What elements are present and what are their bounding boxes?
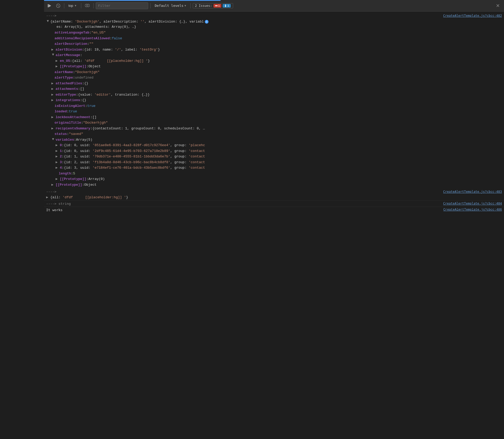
arrow-right[interactable]: ▶ xyxy=(46,195,49,200)
prop-name: length xyxy=(59,171,71,176)
entry-value: {all: 'dfdf [[placeholder:hg]] '} xyxy=(50,195,128,200)
prop-editor-type[interactable]: ▶ editorType : {value: 'editor', transla… xyxy=(44,92,504,98)
prop-colon: : xyxy=(73,75,75,80)
prop-name: editorType xyxy=(56,92,76,97)
loading-progress-bar xyxy=(44,0,221,1)
levels-button[interactable]: Default levels ▼ xyxy=(153,3,188,9)
bottom-entry-1[interactable]: ▶ {all: 'dfdf [[placeholder:hg]] '} xyxy=(44,195,504,200)
value: {id: 2, uuid: 'f13b4a0d-0d46-43cb-b96c-b… xyxy=(64,160,205,165)
prop-value: "" xyxy=(89,41,94,47)
prop-recipients-summary[interactable]: ▶ recipientsSummary : {contactsCount: 1,… xyxy=(44,126,504,131)
array-item-3[interactable]: ▶ 3 : {id: 2, uuid: 'f13b4a0d-0d46-43cb-… xyxy=(44,160,504,165)
it-works-file[interactable]: CreateAlertTemplate.js?cbcc:486 xyxy=(443,208,502,212)
arrow-down[interactable]: ▶ xyxy=(50,54,56,57)
prop-prototype-variables[interactable]: ▶ [[Prototype]] : Array(0) xyxy=(44,176,504,182)
info-badge: 1 xyxy=(223,4,231,8)
separator-1-file[interactable]: CreateAlertTemplate.js?cbcc:482 xyxy=(443,14,502,18)
arrow-right[interactable]: ▶ xyxy=(51,92,55,97)
prop-value: [] xyxy=(80,86,84,92)
prop-alert-description: alertDescription : "" xyxy=(44,41,504,47)
arrow-right[interactable]: ▶ xyxy=(51,47,55,52)
prop-lockbox-attachment[interactable]: ▶ lockboxAttachment : [] xyxy=(44,114,504,120)
svg-point-4 xyxy=(85,4,90,7)
arrow-right[interactable]: ▶ xyxy=(56,160,59,165)
error-badge: 1 xyxy=(213,4,222,8)
prop-value: undefined xyxy=(75,75,93,80)
close-devtools-button[interactable]: ✕ xyxy=(494,2,502,9)
info-circle: i xyxy=(205,20,208,24)
context-selector[interactable]: top ▼ xyxy=(66,3,79,9)
separator-3-text: ----> string xyxy=(46,202,71,206)
prop-colon: : xyxy=(78,86,80,92)
prop-colon: : xyxy=(70,58,72,64)
prop-alert-message[interactable]: ▶ alertMessage : xyxy=(44,52,504,58)
array-item-4[interactable]: ▶ 4 : {id: 3, uuid: 'e7184ef1-ce76-401a-… xyxy=(44,165,504,171)
prop-attached-files[interactable]: ▶ attachedFiles : {} xyxy=(44,81,504,86)
arrow-right[interactable]: ▶ xyxy=(56,58,59,64)
root-object-line[interactable]: ▶ {alertName: 'Dockerhjgh', alertDescrip… xyxy=(44,19,504,30)
value: {id: 0, uuid: '851ae8e6-8391-4aa3-828f-d… xyxy=(64,143,205,148)
separator-2-file[interactable]: CreateAlertTemplate.js?cbcc:483 xyxy=(443,190,502,194)
pause-button[interactable] xyxy=(55,3,62,9)
filter-input[interactable] xyxy=(96,2,148,9)
index: 0 xyxy=(60,143,62,148)
prop-variables[interactable]: ▶ variables : Array(5) xyxy=(44,137,504,143)
prop-loaded: loaded : true xyxy=(44,109,504,114)
prop-value: Object xyxy=(88,64,101,69)
prop-alert-division[interactable]: ▶ alertDivision : {id: 19, name: '/', la… xyxy=(44,47,504,53)
arrow-right[interactable]: ▶ xyxy=(51,182,55,188)
arrow-right[interactable]: ▶ xyxy=(56,177,59,182)
prop-name: variables xyxy=(56,137,74,142)
prop-name: [[Prototype]] xyxy=(60,64,86,69)
prop-colon: : xyxy=(86,177,88,182)
arrow-down[interactable]: ▶ xyxy=(50,138,56,141)
prop-value: "en_US" xyxy=(91,30,106,35)
prop-prototype-alertmessage[interactable]: ▶ [[Prototype]] : Object xyxy=(44,64,504,69)
svg-rect-6 xyxy=(215,5,218,6)
prop-name: integrations xyxy=(56,98,80,103)
prop-en-us[interactable]: ▶ en_US : {all: 'dfdf [[placeholder:hg]]… xyxy=(44,58,504,64)
arrow-right[interactable]: ▶ xyxy=(56,149,59,154)
separator-3-file[interactable]: CreateAlertTemplate.js?cbcc:484 xyxy=(443,202,502,205)
prop-value: {contactsCount: 1, groupsCount: 0, sched… xyxy=(92,126,205,131)
arrow-right[interactable]: ▶ xyxy=(51,86,55,92)
prop-name: en_US xyxy=(60,58,70,64)
prop-value: {} xyxy=(82,98,86,103)
prop-colon: : xyxy=(90,126,93,131)
prop-prototype-root[interactable]: ▶ [[Prototype]] : Object xyxy=(44,182,504,188)
array-item-1[interactable]: ▶ 1 : {id: 0, uuid: '2df9c485-61d4-4e95-… xyxy=(44,148,504,154)
arrow-right[interactable]: ▶ xyxy=(51,98,55,103)
root-arrow[interactable]: ▶ xyxy=(45,20,50,23)
svg-marker-0 xyxy=(49,4,51,7)
prop-name: alertType xyxy=(55,75,73,80)
arrow-right[interactable]: ▶ xyxy=(56,143,59,148)
index: 4 xyxy=(60,165,62,171)
prop-attachments[interactable]: ▶ attachments : [] xyxy=(44,86,504,92)
array-item-2[interactable]: ▶ 2 : {id: 1, uuid: '70db371e-e400-4555-… xyxy=(44,154,504,160)
prop-value: true xyxy=(87,103,95,109)
eye-button[interactable] xyxy=(83,2,91,9)
resume-button[interactable] xyxy=(46,3,53,9)
arrow-right[interactable]: ▶ xyxy=(56,165,59,171)
issues-badge[interactable]: 2 Issues: 1 1 xyxy=(193,3,233,8)
prop-colon: : xyxy=(86,64,88,69)
arrow-right[interactable]: ▶ xyxy=(56,64,59,69)
colon: : xyxy=(62,149,64,154)
value: {id: 1, uuid: '70db371e-e400-4555-81b1-1… xyxy=(64,154,205,159)
toolbar-divider2 xyxy=(81,3,81,8)
root-object-text: {alertName: 'Dockerhjgh', alertDescripti… xyxy=(50,19,204,29)
prop-name: alertMessage xyxy=(56,53,80,58)
prop-alert-type: alertType : undefined xyxy=(44,75,504,81)
prop-value: {id: 19, name: '/', label: 'testOrg'} xyxy=(84,47,160,52)
toolbar: top ▼ Default levels ▼ 2 Issues: 1 xyxy=(44,0,504,12)
arrow-right[interactable]: ▶ xyxy=(51,126,55,131)
arrow-right[interactable]: ▶ xyxy=(51,115,55,120)
arrow-right[interactable]: ▶ xyxy=(56,154,59,159)
array-item-0[interactable]: ▶ 0 : {id: 0, uuid: '851ae8e6-8391-4aa3-… xyxy=(44,142,504,148)
prop-is-existing-alert: isExistingAlert : true xyxy=(44,103,504,109)
arrow-right[interactable]: ▶ xyxy=(51,81,55,86)
prop-integrations[interactable]: ▶ integrations : {} xyxy=(44,97,504,103)
prop-additional-recipients: additionalRecipientsAllowed : false xyxy=(44,36,504,41)
prop-value: Object xyxy=(84,182,96,188)
prop-colon: : xyxy=(90,115,93,120)
